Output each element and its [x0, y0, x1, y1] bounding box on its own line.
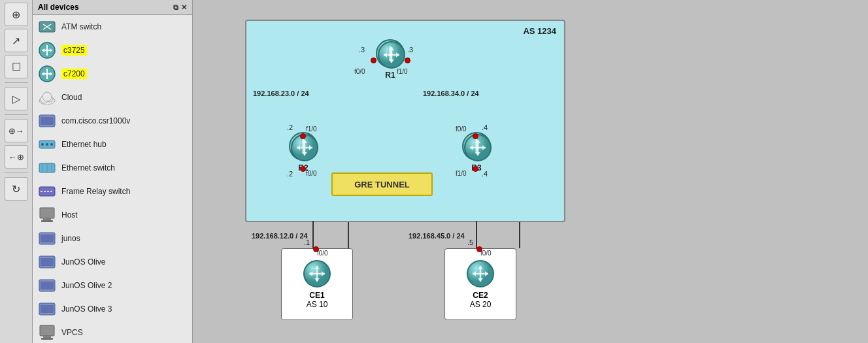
r3-dot-bottom — [473, 166, 478, 172]
r2-dot-bottom — [300, 166, 306, 172]
gre-tunnel-label: GRE TUNNEL — [354, 180, 410, 189]
r2-dot-top-label: .2 — [287, 123, 293, 131]
toolbar-btn-arrow[interactable]: ↻ — [5, 177, 28, 201]
r1-dot-left — [371, 57, 376, 63]
r3-port-bottom: f1/0 — [456, 170, 467, 177]
router-r1-label: R1 — [385, 71, 395, 80]
ce1-label: CE1 — [309, 291, 324, 300]
ce1-network: 192.168.12.0 / 24 — [252, 232, 308, 240]
ethernet-hub-label: Ethernet hub — [61, 140, 107, 149]
gre-tunnel-box: GRE TUNNEL — [331, 172, 433, 196]
svg-rect-31 — [41, 220, 53, 222]
sidebar-item-junos[interactable]: junos — [33, 227, 192, 250]
r3-dot-top — [473, 133, 478, 139]
ethernet-hub-icon — [38, 135, 56, 154]
r1-dot-right — [405, 57, 410, 63]
router-r1-circle — [376, 39, 405, 68]
host-label: Host — [61, 210, 78, 220]
toolbar-separator-2 — [5, 114, 28, 115]
r3-dot-top-label: .4 — [482, 123, 488, 131]
svg-rect-42 — [41, 338, 53, 340]
junos-icon — [38, 229, 56, 248]
sidebar-item-junos-olive3[interactable]: JunOS Olive 3 — [33, 297, 192, 321]
sidebar-item-c7200[interactable]: c7200 — [33, 62, 192, 86]
toolbar-btn-connect[interactable]: ⊕→ — [5, 119, 28, 142]
sidebar-item-junos-olive[interactable]: JunOS Olive — [33, 250, 192, 274]
ce2-port: f0/0 — [480, 250, 492, 257]
frame-relay-label: Frame Relay switch — [61, 187, 130, 196]
r1-port-right: f1/0 — [397, 68, 408, 75]
svg-point-21 — [46, 143, 48, 146]
ce2-label: CE2 — [473, 291, 488, 300]
sidebar-item-ethernet-switch[interactable]: Ethernet switch — [33, 156, 192, 180]
sidebar-item-c3725[interactable]: c3725 — [33, 39, 192, 62]
junos-olive3-label: JunOS Olive 3 — [61, 304, 112, 314]
toolbar-separator-3 — [5, 172, 28, 173]
ce1-box[interactable]: CE1 AS 10 — [281, 248, 353, 320]
cloud-label: Cloud — [61, 93, 82, 102]
r3-dot-bottom-label: .4 — [482, 170, 488, 178]
c7200-label: c7200 — [61, 69, 87, 79]
svg-rect-30 — [43, 218, 51, 220]
svg-rect-35 — [41, 258, 54, 266]
sidebar-item-cloud[interactable]: Cloud — [33, 86, 192, 109]
as1234-label: AS 1234 — [523, 26, 556, 36]
sidebar-item-frame-relay[interactable]: Frame Relay switch — [33, 180, 192, 203]
sidebar-item-host[interactable]: Host — [33, 203, 192, 227]
sidebar-header-controls: ⧉ ✕ — [173, 3, 187, 12]
c3725-label: c3725 — [61, 45, 87, 56]
sidebar-header: All devices ⧉ ✕ — [33, 0, 192, 15]
canvas-area[interactable]: AS 1234 — [193, 0, 868, 343]
ce2-box[interactable]: CE2 AS 20 — [444, 248, 516, 320]
toolbar-btn-move[interactable]: ⊕ — [5, 3, 28, 26]
atm-switch-label: ATM switch — [61, 22, 101, 31]
ce1-port: f0/0 — [317, 250, 328, 257]
vpcs-label: VPCS — [61, 328, 83, 337]
cloud-icon — [38, 88, 56, 106]
r1-dot-left-label: .3 — [359, 46, 365, 54]
ce2-network: 192.168.45.0 / 24 — [409, 232, 465, 240]
as1234-box: AS 1234 — [245, 20, 565, 222]
svg-rect-37 — [41, 282, 54, 289]
network-diagram: AS 1234 — [206, 13, 846, 333]
svg-rect-29 — [40, 208, 54, 218]
junos-olive3-icon — [38, 300, 56, 318]
r1-dot-right-label: .3 — [407, 46, 413, 54]
net-23-label: 192.168.23.0 / 24 — [253, 90, 309, 97]
r3-port-top: f0/0 — [456, 125, 467, 133]
svg-rect-39 — [41, 305, 54, 313]
r1-port-left: f0/0 — [354, 68, 365, 75]
sidebar-item-vpcs[interactable]: VPCS — [33, 321, 192, 343]
vpcs-icon — [38, 323, 56, 342]
junos-olive-label: JunOS Olive — [61, 257, 105, 267]
sidebar-items: ATM switch c3725 — [33, 15, 192, 343]
frame-relay-icon — [38, 182, 56, 201]
r2-dot-bottom-label: .2 — [287, 170, 293, 178]
ce2-dot-label: .5 — [467, 238, 473, 246]
junos-olive2-icon — [38, 276, 56, 295]
toolbar-btn-screen[interactable]: ☐ — [5, 55, 28, 78]
sidebar-item-junos-olive2[interactable]: JunOS Olive 2 — [33, 274, 192, 297]
c7200-icon — [38, 65, 56, 83]
close-icon[interactable]: ✕ — [181, 3, 187, 12]
toolbar-btn-back[interactable]: ←⊕ — [5, 145, 28, 169]
toolbar-separator-1 — [5, 82, 28, 83]
left-toolbar: ⊕ ↗ ☐ ▷ ⊕→ ←⊕ ↻ — [0, 0, 33, 343]
sidebar-item-ethernet-hub[interactable]: Ethernet hub — [33, 133, 192, 156]
toolbar-btn-pointer[interactable]: ↗ — [5, 29, 28, 52]
restore-icon[interactable]: ⧉ — [173, 3, 178, 12]
ce1-as-label: AS 10 — [307, 300, 328, 309]
csr1000v-icon — [38, 112, 56, 130]
csr1000v-label: com.cisco.csr1000v — [61, 116, 130, 125]
svg-rect-41 — [43, 336, 51, 338]
net-34-label: 192.168.34.0 / 24 — [423, 90, 479, 97]
svg-point-16 — [42, 92, 52, 101]
sidebar-item-csr1000v[interactable]: com.cisco.csr1000v — [33, 109, 192, 133]
junos-olive2-label: JunOS Olive 2 — [61, 281, 112, 290]
svg-rect-33 — [41, 235, 54, 242]
toolbar-btn-play[interactable]: ▷ — [5, 87, 28, 110]
sidebar-item-atm-switch[interactable]: ATM switch — [33, 15, 192, 39]
r2-port-top: f1/0 — [306, 125, 317, 133]
svg-point-22 — [50, 143, 53, 146]
r2-port-bottom: f0/0 — [306, 170, 317, 177]
